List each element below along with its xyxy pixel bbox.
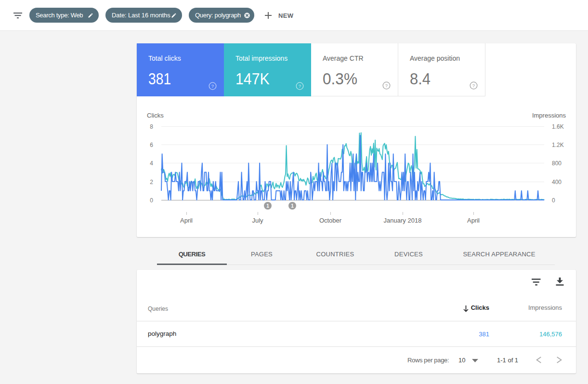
svg-text:400: 400 — [552, 179, 562, 185]
svg-text:?: ? — [472, 83, 475, 88]
svg-text:July: July — [252, 217, 263, 224]
svg-text:?: ? — [211, 83, 214, 89]
svg-text:0: 0 — [150, 197, 153, 204]
svg-text:6: 6 — [150, 142, 153, 148]
svg-text:Impressions: Impressions — [532, 112, 566, 119]
svg-text:8: 8 — [150, 123, 153, 130]
svg-text:1: 1 — [291, 203, 294, 209]
svg-text:1: 1 — [266, 203, 269, 209]
svg-text:1.2K: 1.2K — [552, 142, 564, 148]
svg-text:Clicks: Clicks — [147, 112, 164, 119]
svg-text:?: ? — [385, 83, 388, 88]
svg-text:January 2018: January 2018 — [384, 217, 422, 224]
svg-text:800: 800 — [552, 160, 562, 167]
svg-text:0: 0 — [552, 197, 555, 204]
svg-text:April: April — [467, 217, 480, 224]
svg-text:4: 4 — [150, 160, 153, 167]
svg-text:2: 2 — [150, 179, 153, 185]
svg-text:April: April — [180, 217, 193, 224]
svg-text:1.6K: 1.6K — [552, 123, 564, 130]
svg-text:October: October — [319, 217, 342, 224]
svg-text:?: ? — [299, 83, 301, 89]
